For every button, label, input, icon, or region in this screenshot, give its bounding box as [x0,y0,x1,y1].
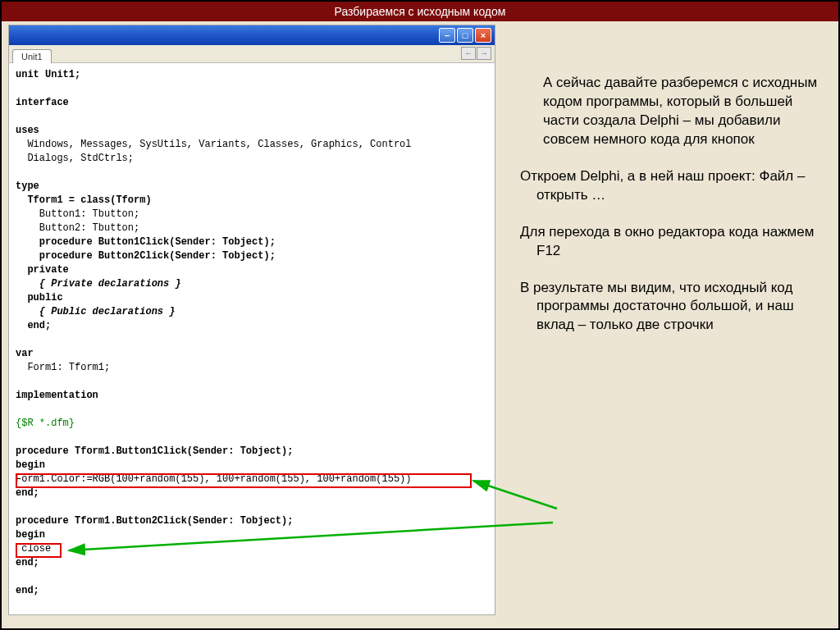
note-paragraph-1: А сейчас давайте разберемся с исходным к… [520,74,824,149]
editor-tabrow: Unit1 ← → [9,45,495,63]
tab-unit1[interactable]: Unit1 [12,49,52,63]
maximize-button[interactable]: □ [457,28,473,43]
note-paragraph-4: В результате мы видим, что исходный код … [520,279,824,336]
note-paragraph-2: Откроем Delphi, а в ней наш проект: Файл… [520,167,824,205]
nav-forward-button[interactable]: → [477,47,491,60]
close-button[interactable]: × [475,28,491,43]
ide-window: – □ × Unit1 ← → unit Unit1; interface us… [8,25,495,615]
note-paragraph-3: Для перехода в окно редактора кода нажме… [520,223,824,261]
minimize-button[interactable]: – [439,28,455,43]
slide-content: – □ × Unit1 ← → unit Unit1; interface us… [3,25,837,627]
code-text: unit Unit1; interface uses Windows, Mess… [16,68,488,598]
code-editor[interactable]: unit Unit1; interface uses Windows, Mess… [9,63,495,614]
nav-back-button[interactable]: ← [461,47,476,60]
window-titlebar: – □ × [9,25,495,45]
notes-panel: А сейчас давайте разберемся с исходным к… [520,74,824,353]
nav-buttons: ← → [461,47,491,60]
slide-title: Разбираемся с исходным кодом [2,2,838,21]
